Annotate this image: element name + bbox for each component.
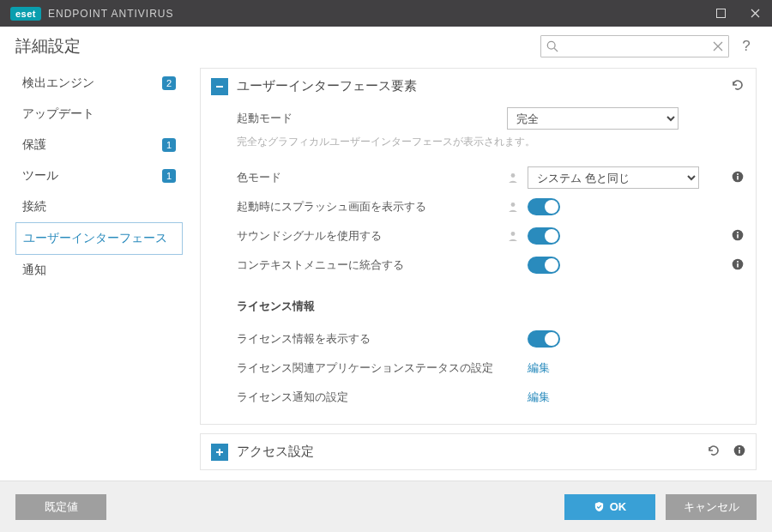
info-icon <box>732 171 744 183</box>
row-license-show: ライセンス情報を表示する <box>237 324 745 354</box>
start-mode-hint: 完全なグラフィカルユーザーインターフェースが表示されます。 <box>237 135 745 149</box>
panel-header: アクセス設定 <box>201 434 756 469</box>
search-icon <box>546 40 558 52</box>
svg-rect-11 <box>737 234 739 239</box>
row-color-mode: 色モード システム 色と同じ <box>237 163 745 192</box>
sidebar-item-label: 保護 <box>22 137 157 153</box>
footer: 既定値 OK キャンセル <box>0 481 772 532</box>
sidebar-badge: 1 <box>162 169 176 183</box>
titlebar: eset ENDPOINT ANTIVIRUS <box>0 0 772 27</box>
start-mode-select[interactable]: 完全 <box>507 107 679 130</box>
info-icon <box>732 258 744 270</box>
sidebar-item-label: 通知 <box>22 263 176 278</box>
info-button[interactable] <box>732 258 744 273</box>
row-license-app-status: ライセンス関連アプリケーションステータスの設定 編集 <box>237 354 745 383</box>
brand-badge: eset <box>10 7 41 21</box>
sound-toggle[interactable] <box>528 227 560 245</box>
sidebar-item-notification[interactable]: 通知 <box>15 255 183 286</box>
undo-icon <box>706 443 721 458</box>
section-license-heading: ライセンス情報 <box>237 299 745 324</box>
panel-access-settings: アクセス設定 <box>200 433 757 470</box>
panel-header: ユーザーインターフェース要素 <box>201 69 756 99</box>
panel-ui-elements: ユーザーインターフェース要素 起動モード 完全 <box>200 68 757 425</box>
sidebar: 検出エンジン 2 アップデート 保護 1 ツール 1 接続 ユーザーインターフェ… <box>15 63 183 481</box>
row-label: ライセンス通知の設定 <box>237 390 507 405</box>
svg-point-7 <box>737 173 739 175</box>
header: 詳細設定 ? <box>0 27 772 63</box>
help-button[interactable]: ? <box>736 38 757 55</box>
sidebar-item-protection[interactable]: 保護 1 <box>15 130 183 160</box>
window-close-button[interactable] <box>738 0 772 27</box>
search-box[interactable] <box>540 35 729 57</box>
svg-rect-14 <box>737 263 739 268</box>
row-sound: サウンドシグナルを使用する <box>237 221 745 251</box>
window-maximize-button[interactable] <box>703 0 738 27</box>
person-icon <box>507 201 519 213</box>
splash-toggle[interactable] <box>528 198 560 215</box>
svg-point-12 <box>737 232 739 233</box>
expand-toggle[interactable] <box>211 444 228 461</box>
svg-point-4 <box>511 173 516 178</box>
sidebar-badge: 1 <box>162 138 176 152</box>
sidebar-item-tools[interactable]: ツール 1 <box>15 160 183 191</box>
search-input[interactable] <box>558 39 713 54</box>
row-context-menu: コンテキストメニューに統合する <box>237 251 745 280</box>
panel-title: ユーザーインターフェース要素 <box>237 78 730 94</box>
undo-icon <box>730 77 745 93</box>
edit-link[interactable]: 編集 <box>528 360 550 376</box>
person-icon <box>507 230 519 242</box>
info-button[interactable] <box>732 229 744 244</box>
sidebar-item-detection-engine[interactable]: 検出エンジン 2 <box>15 68 183 99</box>
page-title: 詳細設定 <box>15 35 540 57</box>
main-content: ユーザーインターフェース要素 起動モード 完全 <box>183 63 757 481</box>
row-start-mode: 起動モード 完全 <box>237 104 745 133</box>
sidebar-item-label: アップデート <box>22 106 176 122</box>
sidebar-badge: 2 <box>162 76 176 90</box>
panel-body: 起動モード 完全 完全なグラフィカルユーザーインターフェースが表示されます。 色… <box>201 99 756 424</box>
row-label: ライセンス関連アプリケーションステータスの設定 <box>237 360 507 376</box>
collapse-toggle[interactable] <box>211 78 228 95</box>
defaults-button[interactable]: 既定値 <box>15 494 106 520</box>
row-license-notification: ライセンス通知の設定 編集 <box>237 383 745 412</box>
svg-line-2 <box>554 48 558 51</box>
sidebar-item-label: 接続 <box>22 199 176 215</box>
info-button[interactable] <box>732 171 744 185</box>
clear-icon[interactable] <box>713 41 723 51</box>
ok-button[interactable]: OK <box>564 494 655 520</box>
shield-icon <box>594 501 605 512</box>
info-button[interactable] <box>733 444 745 459</box>
sidebar-item-user-interface[interactable]: ユーザーインターフェース <box>15 222 183 255</box>
sidebar-item-label: ユーザーインターフェース <box>23 231 175 246</box>
info-icon <box>733 444 745 456</box>
brand-text: ENDPOINT ANTIVIRUS <box>48 8 173 20</box>
svg-point-8 <box>511 203 516 207</box>
info-icon <box>732 229 744 241</box>
plus-icon <box>215 448 224 456</box>
svg-point-20 <box>739 447 740 449</box>
panel-title: アクセス設定 <box>237 444 706 460</box>
minus-icon <box>215 82 224 91</box>
row-label: ライセンス情報を表示する <box>237 331 507 347</box>
row-label: 起動モード <box>237 111 507 126</box>
svg-rect-19 <box>739 450 740 454</box>
undo-button[interactable] <box>730 77 745 95</box>
license-show-toggle[interactable] <box>528 330 560 348</box>
policy-icon <box>507 201 519 213</box>
ok-label: OK <box>610 500 627 513</box>
svg-rect-6 <box>737 176 739 180</box>
context-toggle[interactable] <box>528 257 560 274</box>
row-label: 色モード <box>237 170 507 185</box>
person-icon <box>507 172 519 184</box>
policy-icon <box>507 172 519 184</box>
sidebar-item-update[interactable]: アップデート <box>15 99 183 130</box>
svg-point-1 <box>547 41 555 49</box>
policy-icon <box>507 230 519 242</box>
row-label: 起動時にスプラッシュ画面を表示する <box>237 199 507 215</box>
svg-point-9 <box>511 232 516 236</box>
undo-button[interactable] <box>706 443 721 461</box>
edit-link[interactable]: 編集 <box>528 390 550 405</box>
cancel-button[interactable]: キャンセル <box>666 494 757 520</box>
color-mode-select[interactable]: システム 色と同じ <box>528 166 699 189</box>
sidebar-item-connection[interactable]: 接続 <box>15 191 183 222</box>
row-label: コンテキストメニューに統合する <box>237 257 507 273</box>
